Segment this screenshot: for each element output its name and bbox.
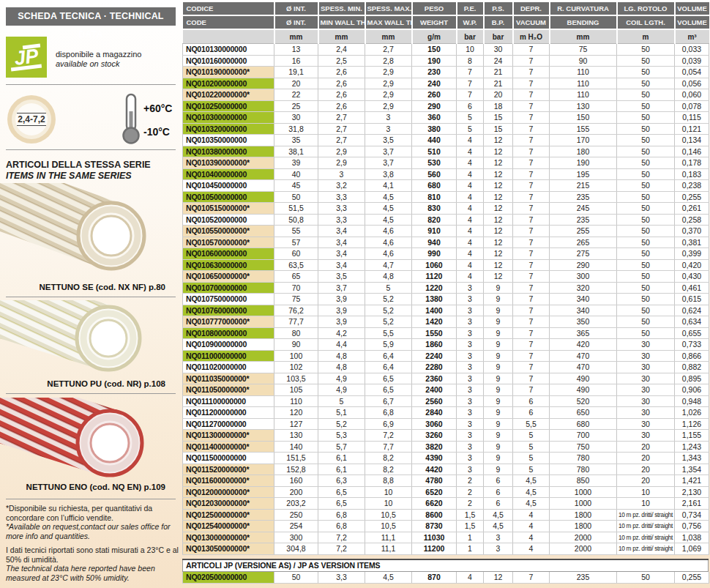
product-code-cell: NQ010190000000* — [183, 67, 274, 78]
value-cell: 10 m pz. dritti/ straight — [617, 509, 675, 521]
value-cell: 350 — [550, 316, 617, 328]
value-cell: 360 — [412, 112, 457, 124]
as-version-section: ARTICOLI JP (VERSIONE AS) / JP AS VERSIO… — [182, 559, 709, 584]
value-cell: 3,4 — [318, 248, 365, 260]
value-cell: 1800 — [550, 509, 617, 521]
value-cell: 3,7 — [365, 146, 412, 157]
table-row: NQ020500000000503,34,58704127235500,255 — [183, 572, 709, 583]
value-cell: 7 — [513, 362, 550, 373]
value-cell: 4,6 — [365, 248, 412, 260]
table-row: NQ010570000000*573,44,69404127265500,381 — [183, 237, 709, 248]
value-cell: 10 — [457, 44, 484, 56]
value-cell: 4 — [457, 157, 484, 169]
value-cell: 1400 — [412, 305, 457, 316]
value-cell: 0,121 — [675, 123, 709, 135]
value-cell: 7 — [513, 191, 550, 203]
value-cell: 12 — [484, 191, 513, 203]
series-title-en: ITEMS IN THE SAME SERIES — [6, 171, 151, 182]
value-cell: 19,1 — [274, 67, 318, 78]
column-header: COIL LGTH. — [617, 15, 675, 29]
value-cell: 65 — [274, 271, 318, 283]
value-cell: 90 — [550, 55, 617, 67]
value-cell: 4,6 — [365, 237, 412, 248]
value-cell: 35 — [274, 135, 318, 146]
as-section-title: ARTICOLI JP (VERSIONE AS) / JP AS VERSIO… — [182, 560, 709, 572]
table-row: NQ010250000000252,62,92906187130500,078 — [183, 100, 709, 112]
value-cell: 30 — [617, 350, 675, 362]
value-cell: 3060 — [412, 418, 457, 430]
value-cell: 380 — [412, 123, 457, 135]
value-cell: 0,370 — [675, 226, 709, 237]
related-item-caption: NETTUNO ENO (cod. NQ EN) p.109 — [6, 483, 165, 491]
value-cell: 1000 — [550, 486, 617, 498]
value-cell: 4,5 — [513, 498, 550, 510]
temperature-max: +60°C — [143, 103, 172, 114]
value-cell: 50 — [617, 123, 675, 135]
value-cell: 160 — [274, 475, 318, 487]
value-cell: 290 — [412, 100, 457, 112]
value-cell: 7,2 — [318, 532, 365, 543]
value-cell: 50 — [617, 157, 675, 169]
value-cell: 50 — [617, 203, 675, 215]
value-cell: 50 — [617, 248, 675, 260]
column-header: VACUUM — [513, 15, 550, 29]
table-row: NQ010600000000603,44,69904127275500,399 — [183, 248, 709, 260]
product-code-cell: NQ010350000000 — [183, 135, 274, 146]
badge-center: 2,4-7,2 — [15, 103, 48, 135]
value-cell: 235 — [550, 572, 617, 583]
value-cell: 0,258 — [675, 214, 709, 226]
value-cell: 2,4 — [318, 44, 365, 56]
value-cell: 320 — [550, 282, 617, 294]
value-cell: 5,3 — [318, 430, 365, 442]
value-cell: 2,6 — [318, 89, 365, 101]
value-cell: 0,420 — [675, 259, 709, 271]
product-code-cell: NQ010600000000 — [183, 248, 274, 260]
value-cell: 1060 — [412, 259, 457, 271]
value-cell: 30 — [617, 384, 675, 396]
product-code-cell: NQ010130000000 — [183, 44, 274, 56]
value-cell: 7 — [513, 339, 550, 351]
table-row: NQ010550000000*553,44,69104127255500,370 — [183, 226, 709, 237]
hose-image-nettuno-pu — [0, 300, 173, 377]
value-cell: 2,6 — [318, 67, 365, 78]
value-cell: 6,1 — [318, 464, 365, 475]
units-row: mmmmmmg/mbarbarm H₂Ommmm³ — [183, 29, 709, 44]
value-cell: 0,078 — [675, 100, 709, 112]
value-cell: 30 — [274, 112, 318, 124]
value-cell: 4,9 — [318, 384, 365, 396]
value-cell: 50 — [617, 316, 675, 328]
value-cell: 8 — [457, 55, 484, 67]
value-cell: 12 — [484, 168, 513, 180]
value-cell: 3 — [457, 453, 484, 464]
value-cell: 6 — [484, 475, 513, 487]
value-cell: 2 — [457, 498, 484, 510]
value-cell: 8600 — [412, 509, 457, 521]
value-cell: 103,5 — [274, 373, 318, 384]
product-code-cell: NQ013000000000* — [183, 532, 274, 543]
value-cell: 102 — [274, 362, 318, 373]
table-row: NQ010390000000*392,93,75304127190500,178 — [183, 157, 709, 169]
value-cell: 127 — [274, 418, 318, 430]
value-cell: 9 — [484, 362, 513, 373]
value-cell: 30 — [617, 395, 675, 407]
value-cell: 4,6 — [365, 226, 412, 237]
value-cell: 7 — [513, 282, 550, 294]
value-cell: 5,5 — [513, 418, 550, 430]
value-cell: 5 — [513, 441, 550, 453]
value-cell: 10 — [617, 498, 675, 510]
value-cell: 3,4 — [318, 237, 365, 248]
value-cell: 7 — [513, 168, 550, 180]
value-cell: 275 — [550, 248, 617, 260]
column-header: LG. ROTOLO — [617, 2, 675, 15]
value-cell: 30 — [617, 430, 675, 442]
value-cell: 4,5 — [484, 509, 513, 521]
value-cell: 650 — [550, 407, 617, 419]
table-row: NQ0112000000001205,16,82840396650301,026 — [183, 407, 709, 419]
value-cell: 5 — [457, 123, 484, 135]
table-row: NQ01032000000031,82,733805157155500,121 — [183, 123, 709, 135]
value-cell: 0,882 — [675, 362, 709, 373]
value-cell: 4 — [457, 248, 484, 260]
value-cell: 3,4 — [318, 226, 365, 237]
value-cell: 6,5 — [365, 373, 412, 384]
value-cell: 3,3 — [318, 203, 365, 215]
